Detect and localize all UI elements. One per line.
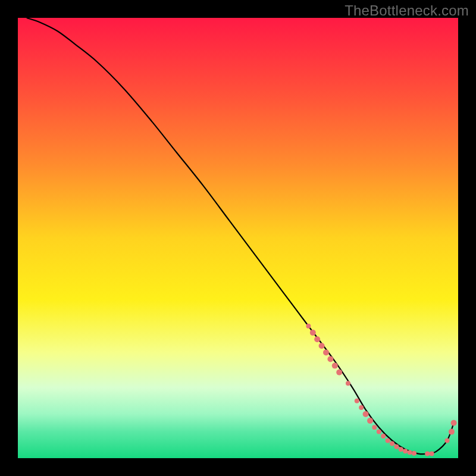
marker-point (363, 411, 369, 417)
marker-point (412, 451, 416, 456)
marker-point (445, 438, 450, 443)
marker-point (425, 452, 430, 456)
marker-point (451, 420, 457, 426)
marker-point (306, 324, 311, 328)
marker-point (381, 434, 386, 439)
marker-point (336, 369, 342, 375)
chart-svg (18, 18, 458, 458)
marker-point (377, 430, 381, 434)
marker-point (367, 418, 373, 424)
marker-point (323, 349, 329, 355)
marker-point (327, 356, 333, 362)
marker-point (332, 363, 338, 369)
marker-point (310, 330, 316, 336)
marker-point (319, 343, 325, 349)
marker-point (390, 441, 394, 446)
chart-stage: TheBottleneck.com (0, 0, 476, 476)
marker-point (355, 399, 359, 403)
marker-point (372, 425, 377, 430)
marker-point (359, 405, 364, 410)
chart-plot (18, 18, 458, 458)
marker-point (408, 450, 412, 455)
marker-point (386, 438, 390, 443)
marker-point (449, 429, 455, 435)
marker-point (403, 449, 408, 453)
marker-point (399, 447, 403, 452)
marker-point (314, 336, 320, 342)
chart-background (18, 18, 458, 458)
marker-point (346, 381, 350, 386)
marker-point (394, 444, 399, 449)
marker-point (430, 452, 434, 456)
watermark-text: TheBottleneck.com (345, 2, 469, 19)
